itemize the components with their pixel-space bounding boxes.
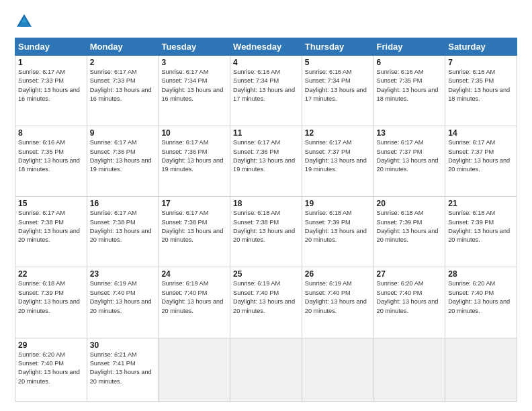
day-info: Sunrise: 6:17 AMSunset: 7:33 PMDaylight:… <box>90 68 152 102</box>
day-number: 22 <box>18 269 84 279</box>
day-info: Sunrise: 6:17 AMSunset: 7:36 PMDaylight:… <box>161 139 223 173</box>
calendar-cell: 29 Sunrise: 6:20 AMSunset: 7:40 PMDaylig… <box>15 338 87 401</box>
day-info: Sunrise: 6:19 AMSunset: 7:40 PMDaylight:… <box>161 280 223 314</box>
weekday-header-saturday: Saturday <box>445 38 517 56</box>
calendar-cell <box>302 338 373 401</box>
calendar-cell: 23 Sunrise: 6:19 AMSunset: 7:40 PMDaylig… <box>87 267 159 338</box>
day-number: 20 <box>377 199 443 208</box>
calendar-cell: 26 Sunrise: 6:19 AMSunset: 7:40 PMDaylig… <box>302 267 373 338</box>
day-info: Sunrise: 6:20 AMSunset: 7:40 PMDaylight:… <box>18 351 80 385</box>
day-info: Sunrise: 6:17 AMSunset: 7:37 PMDaylight:… <box>377 139 439 173</box>
day-info: Sunrise: 6:19 AMSunset: 7:40 PMDaylight:… <box>305 280 367 314</box>
day-number: 30 <box>90 340 156 350</box>
day-info: Sunrise: 6:17 AMSunset: 7:37 PMDaylight:… <box>448 139 510 173</box>
day-number: 28 <box>448 269 514 279</box>
day-number: 1 <box>18 58 84 67</box>
day-info: Sunrise: 6:16 AMSunset: 7:35 PMDaylight:… <box>377 68 439 102</box>
calendar-cell: 27 Sunrise: 6:20 AMSunset: 7:40 PMDaylig… <box>373 267 445 338</box>
generalblue-logo-icon <box>15 12 34 31</box>
day-number: 9 <box>90 128 156 138</box>
calendar-cell <box>159 338 230 401</box>
calendar-cell: 20 Sunrise: 6:18 AMSunset: 7:39 PMDaylig… <box>373 197 445 267</box>
day-info: Sunrise: 6:18 AMSunset: 7:39 PMDaylight:… <box>377 210 439 243</box>
calendar-cell: 30 Sunrise: 6:21 AMSunset: 7:41 PMDaylig… <box>87 338 159 401</box>
calendar-cell <box>373 338 445 401</box>
day-number: 13 <box>377 128 443 138</box>
day-info: Sunrise: 6:16 AMSunset: 7:35 PMDaylight:… <box>448 68 510 102</box>
day-number: 27 <box>377 269 443 279</box>
calendar-cell: 15 Sunrise: 6:17 AMSunset: 7:38 PMDaylig… <box>15 197 87 267</box>
day-number: 8 <box>18 128 84 138</box>
calendar-cell: 11 Sunrise: 6:17 AMSunset: 7:36 PMDaylig… <box>230 126 302 197</box>
day-number: 25 <box>233 269 299 279</box>
day-info: Sunrise: 6:16 AMSunset: 7:34 PMDaylight:… <box>233 68 295 102</box>
day-number: 15 <box>18 199 84 208</box>
calendar-cell: 2 Sunrise: 6:17 AMSunset: 7:33 PMDayligh… <box>87 56 159 126</box>
weekday-header-monday: Monday <box>87 38 159 56</box>
weekday-header-friday: Friday <box>373 38 445 56</box>
day-number: 17 <box>161 199 227 208</box>
calendar-cell: 7 Sunrise: 6:16 AMSunset: 7:35 PMDayligh… <box>445 56 517 126</box>
weekday-header-sunday: Sunday <box>15 38 87 56</box>
day-number: 12 <box>305 128 371 138</box>
day-number: 6 <box>377 58 443 67</box>
weekday-header-wednesday: Wednesday <box>230 38 302 56</box>
day-number: 10 <box>161 128 227 138</box>
day-info: Sunrise: 6:18 AMSunset: 7:39 PMDaylight:… <box>305 210 367 243</box>
calendar-cell: 16 Sunrise: 6:17 AMSunset: 7:38 PMDaylig… <box>87 197 159 267</box>
day-number: 26 <box>305 269 371 279</box>
calendar-cell: 25 Sunrise: 6:19 AMSunset: 7:40 PMDaylig… <box>230 267 302 338</box>
day-number: 23 <box>90 269 156 279</box>
day-number: 11 <box>233 128 299 138</box>
day-info: Sunrise: 6:17 AMSunset: 7:38 PMDaylight:… <box>90 210 152 243</box>
calendar-cell: 19 Sunrise: 6:18 AMSunset: 7:39 PMDaylig… <box>302 197 373 267</box>
calendar-cell: 22 Sunrise: 6:18 AMSunset: 7:39 PMDaylig… <box>15 267 87 338</box>
day-info: Sunrise: 6:17 AMSunset: 7:33 PMDaylight:… <box>18 68 80 102</box>
day-number: 2 <box>90 58 156 67</box>
day-info: Sunrise: 6:18 AMSunset: 7:39 PMDaylight:… <box>448 210 510 243</box>
day-info: Sunrise: 6:19 AMSunset: 7:40 PMDaylight:… <box>233 280 295 314</box>
day-info: Sunrise: 6:20 AMSunset: 7:40 PMDaylight:… <box>448 280 510 314</box>
calendar-cell: 10 Sunrise: 6:17 AMSunset: 7:36 PMDaylig… <box>159 126 230 197</box>
calendar-cell: 6 Sunrise: 6:16 AMSunset: 7:35 PMDayligh… <box>373 56 445 126</box>
svg-rect-2 <box>20 23 28 27</box>
day-info: Sunrise: 6:19 AMSunset: 7:40 PMDaylight:… <box>90 280 152 314</box>
day-info: Sunrise: 6:17 AMSunset: 7:38 PMDaylight:… <box>18 210 80 243</box>
day-number: 4 <box>233 58 299 67</box>
day-number: 21 <box>448 199 514 208</box>
calendar-cell: 28 Sunrise: 6:20 AMSunset: 7:40 PMDaylig… <box>445 267 517 338</box>
calendar-cell: 24 Sunrise: 6:19 AMSunset: 7:40 PMDaylig… <box>159 267 230 338</box>
calendar-cell: 12 Sunrise: 6:17 AMSunset: 7:37 PMDaylig… <box>302 126 373 197</box>
day-number: 24 <box>161 269 227 279</box>
calendar-cell: 13 Sunrise: 6:17 AMSunset: 7:37 PMDaylig… <box>373 126 445 197</box>
calendar-cell: 8 Sunrise: 6:16 AMSunset: 7:35 PMDayligh… <box>15 126 87 197</box>
calendar-table: SundayMondayTuesdayWednesdayThursdayFrid… <box>15 38 517 402</box>
day-info: Sunrise: 6:17 AMSunset: 7:36 PMDaylight:… <box>90 139 152 173</box>
day-info: Sunrise: 6:17 AMSunset: 7:34 PMDaylight:… <box>161 68 223 102</box>
day-info: Sunrise: 6:20 AMSunset: 7:40 PMDaylight:… <box>377 280 439 314</box>
day-number: 29 <box>18 340 84 350</box>
day-number: 16 <box>90 199 156 208</box>
day-info: Sunrise: 6:17 AMSunset: 7:38 PMDaylight:… <box>161 210 223 243</box>
calendar-cell: 4 Sunrise: 6:16 AMSunset: 7:34 PMDayligh… <box>230 56 302 126</box>
day-number: 3 <box>161 58 227 67</box>
calendar-cell <box>230 338 302 401</box>
day-number: 5 <box>305 58 371 67</box>
logo <box>15 12 36 31</box>
calendar-cell: 17 Sunrise: 6:17 AMSunset: 7:38 PMDaylig… <box>159 197 230 267</box>
calendar-cell: 1 Sunrise: 6:17 AMSunset: 7:33 PMDayligh… <box>15 56 87 126</box>
day-number: 14 <box>448 128 514 138</box>
day-info: Sunrise: 6:16 AMSunset: 7:34 PMDaylight:… <box>305 68 367 102</box>
calendar-cell: 14 Sunrise: 6:17 AMSunset: 7:37 PMDaylig… <box>445 126 517 197</box>
calendar-cell: 5 Sunrise: 6:16 AMSunset: 7:34 PMDayligh… <box>302 56 373 126</box>
header <box>15 12 517 31</box>
day-info: Sunrise: 6:17 AMSunset: 7:37 PMDaylight:… <box>305 139 367 173</box>
calendar-cell: 18 Sunrise: 6:18 AMSunset: 7:38 PMDaylig… <box>230 197 302 267</box>
calendar-cell <box>445 338 517 401</box>
day-info: Sunrise: 6:18 AMSunset: 7:39 PMDaylight:… <box>18 280 80 314</box>
day-info: Sunrise: 6:17 AMSunset: 7:36 PMDaylight:… <box>233 139 295 173</box>
day-number: 7 <box>448 58 514 67</box>
day-number: 18 <box>233 199 299 208</box>
day-info: Sunrise: 6:21 AMSunset: 7:41 PMDaylight:… <box>90 351 152 385</box>
day-number: 19 <box>305 199 371 208</box>
